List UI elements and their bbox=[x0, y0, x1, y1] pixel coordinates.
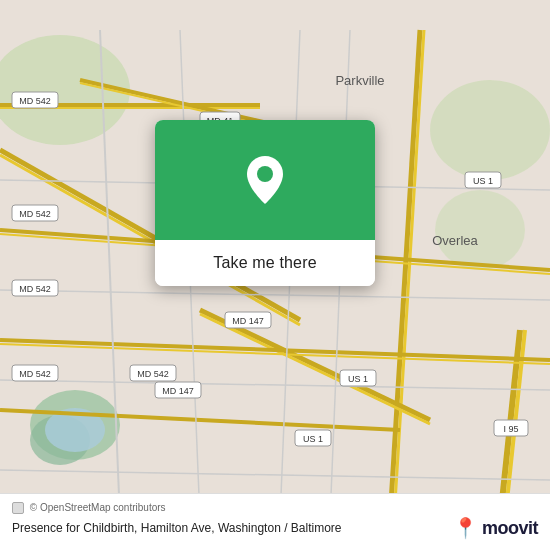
moovit-pin-icon: 📍 bbox=[453, 516, 478, 540]
svg-text:Parkville: Parkville bbox=[335, 73, 384, 88]
svg-text:MD 542: MD 542 bbox=[19, 209, 51, 219]
svg-text:MD 542: MD 542 bbox=[19, 96, 51, 106]
take-me-there-button[interactable]: Take me there bbox=[155, 240, 375, 286]
moovit-brand-text: moovit bbox=[482, 518, 538, 539]
svg-text:US 1: US 1 bbox=[473, 176, 493, 186]
moovit-logo: 📍 moovit bbox=[453, 516, 538, 540]
svg-text:MD 542: MD 542 bbox=[19, 284, 51, 294]
svg-point-58 bbox=[257, 166, 273, 182]
svg-point-3 bbox=[435, 190, 525, 270]
svg-point-2 bbox=[430, 80, 550, 180]
svg-text:US 1: US 1 bbox=[303, 434, 323, 444]
map-container: MD 542 MD 542 MD 542 MD 542 MD 542 MD 41… bbox=[0, 0, 550, 550]
popup-header bbox=[155, 120, 375, 240]
svg-text:MD 542: MD 542 bbox=[19, 369, 51, 379]
copyright-text: © OpenStreetMap contributors bbox=[12, 502, 538, 514]
address-text: Presence for Childbirth, Hamilton Ave, W… bbox=[12, 521, 341, 535]
bottom-bar: © OpenStreetMap contributors Presence fo… bbox=[0, 493, 550, 550]
svg-text:US 1: US 1 bbox=[348, 374, 368, 384]
svg-text:I 95: I 95 bbox=[503, 424, 518, 434]
svg-text:MD 542: MD 542 bbox=[137, 369, 169, 379]
svg-text:MD 147: MD 147 bbox=[232, 316, 264, 326]
osm-icon bbox=[12, 502, 24, 514]
location-popup: Take me there bbox=[155, 120, 375, 286]
svg-text:MD 147: MD 147 bbox=[162, 386, 194, 396]
address-row: Presence for Childbirth, Hamilton Ave, W… bbox=[12, 516, 538, 540]
location-pin-icon bbox=[243, 158, 287, 202]
svg-text:Overlea: Overlea bbox=[432, 233, 478, 248]
